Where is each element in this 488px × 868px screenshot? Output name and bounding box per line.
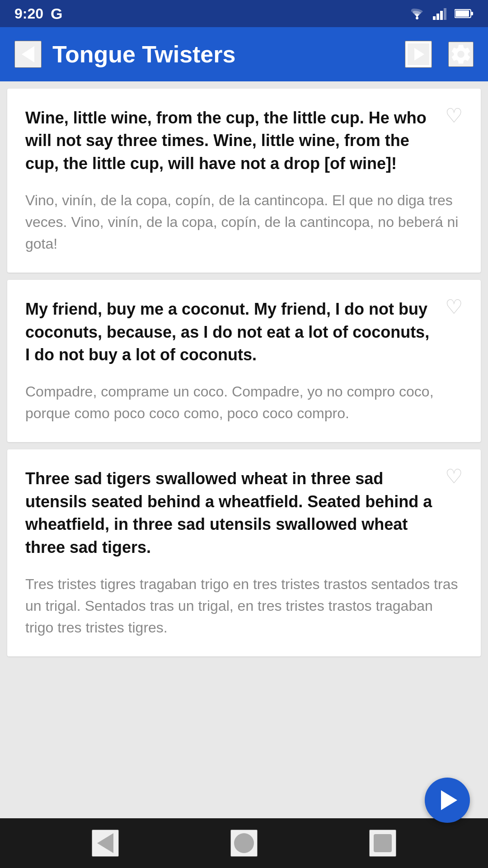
status-right (408, 7, 474, 20)
status-left: 9:20 G (14, 5, 63, 23)
svg-point-0 (416, 17, 418, 19)
svg-rect-3 (440, 11, 443, 20)
play-triangle-icon (414, 48, 424, 61)
card-3: ♡ Three sad tigers swallowed wheat in th… (7, 449, 481, 656)
card-1: ♡ Wine, little wine, from the cup, the l… (7, 89, 481, 273)
card-2-original: Compadre, comprame un coco. Compadre, yo… (25, 381, 463, 424)
svg-rect-2 (436, 14, 439, 20)
card-3-title: Three sad tigers swallowed wheat in thre… (25, 467, 463, 559)
svg-rect-1 (433, 16, 436, 20)
card-2-title: My friend, buy me a coconut. My friend, … (25, 298, 463, 366)
google-icon: G (51, 5, 62, 23)
play-icon-box (406, 42, 431, 67)
settings-button[interactable] (448, 42, 474, 67)
content-area: ♡ Wine, little wine, from the cup, the l… (0, 81, 488, 818)
svg-rect-6 (471, 12, 473, 15)
nav-back-icon (97, 833, 113, 853)
nav-recent-button[interactable] (369, 830, 396, 857)
play-button[interactable] (405, 41, 432, 68)
heart-icon-1: ♡ (445, 106, 463, 126)
heart-icon-3: ♡ (445, 467, 463, 486)
bottom-nav (0, 818, 488, 868)
nav-recent-icon (374, 834, 392, 852)
app-bar: Tongue Twisters (0, 27, 488, 81)
nav-home-button[interactable] (230, 830, 258, 857)
battery-icon (455, 8, 474, 19)
back-button[interactable] (14, 41, 42, 68)
wifi-icon (408, 7, 426, 20)
heart-button-1[interactable]: ♡ (441, 103, 466, 128)
app-title: Tongue Twisters (52, 41, 405, 68)
card-2: ♡ My friend, buy me a coconut. My friend… (7, 280, 481, 442)
status-bar: 9:20 G (0, 0, 488, 27)
card-1-original: Vino, vinín, de la copa, copín, de la ca… (25, 189, 463, 255)
heart-icon-2: ♡ (445, 297, 463, 317)
svg-rect-7 (455, 10, 469, 17)
card-1-title: Wine, little wine, from the cup, the lit… (25, 107, 463, 175)
nav-home-icon (234, 833, 254, 853)
nav-back-button[interactable] (92, 830, 119, 857)
fab-play-button[interactable] (425, 778, 470, 823)
gear-icon (449, 42, 473, 66)
fab-play-icon (441, 790, 457, 810)
svg-rect-4 (444, 8, 446, 20)
card-3-original: Tres tristes tigres tragaban trigo en tr… (25, 573, 463, 638)
heart-button-3[interactable]: ♡ (441, 464, 466, 489)
status-time: 9:20 (14, 5, 43, 22)
back-arrow-icon (22, 46, 34, 62)
signal-icon (433, 7, 447, 20)
heart-button-2[interactable]: ♡ (441, 294, 466, 320)
app-bar-icons (405, 41, 474, 68)
